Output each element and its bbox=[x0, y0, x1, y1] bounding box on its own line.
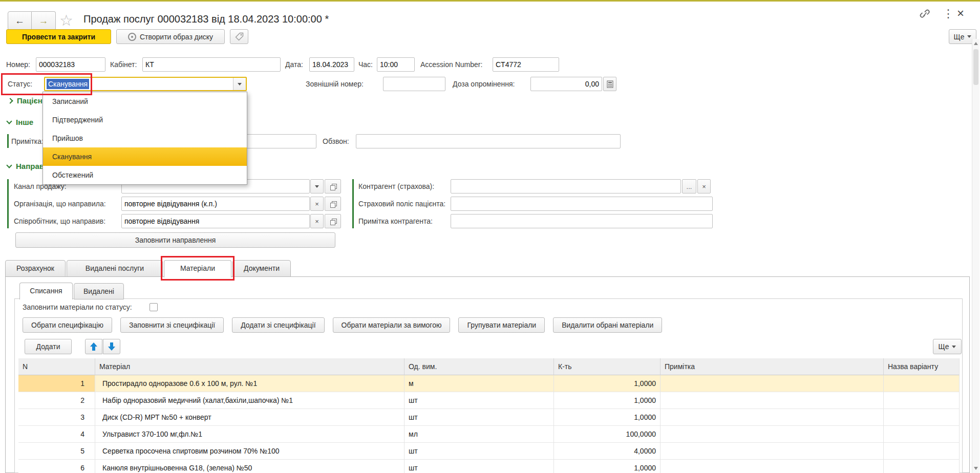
close-icon[interactable]: × bbox=[957, 6, 964, 20]
status-option-selected[interactable]: Сканування bbox=[43, 147, 247, 166]
table-cell[interactable]: 100,0000 bbox=[554, 426, 661, 443]
table-cell[interactable]: Канюля внутрішньовенна G18, (зелена) №50 bbox=[95, 460, 404, 473]
table-cell[interactable]: шт bbox=[404, 460, 554, 473]
referring-employee-clear-button[interactable]: × bbox=[310, 214, 324, 228]
time-field[interactable]: 10:00 bbox=[377, 57, 415, 72]
col-header-unit[interactable]: Од. вим. bbox=[404, 358, 554, 375]
vertical-scrollbar[interactable] bbox=[972, 39, 979, 473]
table-cell[interactable]: Серветка просочена спиртовим розчином 70… bbox=[95, 443, 404, 460]
date-field[interactable]: 18.04.2023 bbox=[309, 57, 354, 72]
cabinet-field[interactable]: КТ bbox=[142, 57, 281, 72]
table-cell[interactable] bbox=[884, 426, 960, 443]
col-header-n[interactable]: N bbox=[18, 358, 95, 375]
tag-button[interactable] bbox=[230, 29, 248, 44]
status-option[interactable]: Прийшов bbox=[43, 129, 247, 147]
referring-employee-open-button[interactable] bbox=[325, 214, 341, 228]
add-from-spec-button[interactable]: Додати зі специфікації bbox=[232, 317, 324, 333]
kebab-menu-icon[interactable]: ⋮ bbox=[943, 7, 954, 20]
table-cell[interactable] bbox=[661, 375, 884, 392]
group-materials-button[interactable]: Групувати матеріали bbox=[458, 317, 545, 333]
table-cell[interactable]: Ультравист 370-100 мг,фл.№1 bbox=[95, 426, 404, 443]
table-cell[interactable] bbox=[661, 460, 884, 473]
table-cell[interactable]: 5 bbox=[18, 443, 95, 460]
table-cell[interactable] bbox=[661, 426, 884, 443]
table-cell[interactable] bbox=[661, 409, 884, 426]
col-header-note[interactable]: Примітка bbox=[661, 358, 884, 375]
fill-referral-button[interactable]: Заповнити направлення bbox=[15, 232, 335, 248]
counterparty-note-field[interactable] bbox=[451, 214, 713, 228]
move-up-button[interactable] bbox=[85, 339, 102, 354]
counterparty-clear-button[interactable]: × bbox=[697, 179, 711, 193]
section-other[interactable]: Інше bbox=[7, 118, 33, 126]
table-cell[interactable]: 1,0000 bbox=[554, 375, 661, 392]
table-cell[interactable]: Набір одноразовий медичний (халат,бахіли… bbox=[95, 392, 404, 409]
table-cell[interactable] bbox=[884, 460, 960, 473]
col-header-qty[interactable]: К-ть bbox=[554, 358, 661, 375]
subtab-spysannia[interactable]: Списання bbox=[19, 283, 73, 299]
col-header-variant[interactable]: Назва варіанту bbox=[884, 358, 960, 375]
tab-materialy[interactable]: Матеріали bbox=[164, 260, 231, 277]
table-cell[interactable]: Простирадло одноразове 0.6 х 100 м, рул.… bbox=[95, 375, 404, 392]
referring-org-open-button[interactable] bbox=[325, 197, 341, 211]
table-cell[interactable]: м bbox=[404, 375, 554, 392]
fill-from-spec-button[interactable]: Заповнити зі специфікації bbox=[120, 317, 224, 333]
forward-arrow-icon[interactable]: → bbox=[32, 11, 56, 30]
call-field[interactable] bbox=[356, 134, 621, 148]
table-cell[interactable]: шт bbox=[404, 409, 554, 426]
table-cell[interactable]: шт bbox=[404, 392, 554, 409]
table-cell[interactable]: шт bbox=[404, 443, 554, 460]
table-cell[interactable]: 2 bbox=[18, 392, 95, 409]
status-dropdown-button[interactable] bbox=[233, 78, 246, 90]
table-cell[interactable]: Диск (CD-R) МРТ №50 + конверт bbox=[95, 409, 404, 426]
referring-org-clear-button[interactable]: × bbox=[310, 197, 324, 211]
table-cell[interactable] bbox=[661, 392, 884, 409]
status-option[interactable]: Підтверджений bbox=[43, 111, 247, 129]
choose-spec-button[interactable]: Обрати специфікацію bbox=[23, 317, 112, 333]
create-disc-image-button[interactable]: Створити образ диску bbox=[116, 29, 225, 44]
tab-rozrakhunok[interactable]: Розрахунок bbox=[5, 260, 66, 277]
status-option[interactable]: Обстежений bbox=[43, 166, 247, 184]
scroll-down-icon[interactable] bbox=[974, 467, 978, 470]
radiation-dose-field[interactable]: 0,00 bbox=[530, 77, 602, 91]
status-option[interactable]: Записаний bbox=[43, 92, 247, 111]
scrollbar-thumb[interactable] bbox=[973, 49, 978, 85]
choose-materials-on-demand-button[interactable]: Обрати матеріали за вимогою bbox=[333, 317, 451, 333]
table-cell[interactable]: 1 bbox=[18, 375, 95, 392]
table-cell[interactable]: 6 bbox=[18, 460, 95, 473]
status-combobox[interactable]: Сканування bbox=[44, 77, 247, 91]
calculator-button[interactable] bbox=[603, 77, 616, 91]
post-and-close-button[interactable]: Провести та закрити bbox=[6, 29, 111, 44]
more-button-table[interactable]: Ще bbox=[933, 339, 962, 354]
table-cell[interactable] bbox=[884, 409, 960, 426]
table-cell[interactable]: 1,0000 bbox=[554, 392, 661, 409]
table-cell[interactable]: 4,0000 bbox=[554, 443, 661, 460]
insurance-policy-field[interactable] bbox=[451, 197, 713, 211]
table-cell[interactable] bbox=[661, 443, 884, 460]
sales-channel-dropdown-button[interactable] bbox=[310, 179, 324, 193]
tab-vydaleni-poslugy[interactable]: Видалені послуги bbox=[67, 260, 163, 277]
table-cell[interactable] bbox=[884, 443, 960, 460]
scroll-up-icon[interactable] bbox=[974, 42, 978, 45]
table-cell[interactable]: 4 bbox=[18, 426, 95, 443]
table-cell[interactable]: 1,0000 bbox=[554, 460, 661, 473]
move-down-button[interactable] bbox=[103, 339, 120, 354]
number-field[interactable]: 000032183 bbox=[36, 57, 105, 72]
external-number-field[interactable] bbox=[383, 77, 445, 91]
fill-by-status-checkbox[interactable] bbox=[150, 303, 158, 311]
subtab-vydaleni[interactable]: Видалені bbox=[74, 283, 124, 299]
counterparty-choose-button[interactable]: ... bbox=[682, 179, 696, 193]
referring-employee-field[interactable]: повторне відвідування bbox=[121, 214, 310, 228]
table-cell[interactable]: 1,0000 bbox=[554, 409, 661, 426]
link-icon[interactable] bbox=[918, 9, 931, 21]
favorite-star-icon[interactable]: ☆ bbox=[59, 11, 73, 29]
table-cell[interactable]: 3 bbox=[18, 409, 95, 426]
col-header-material[interactable]: Матеріал bbox=[95, 358, 404, 375]
section-patient[interactable]: Пацієнт bbox=[8, 96, 46, 105]
table-cell[interactable]: мл bbox=[404, 426, 554, 443]
sales-channel-open-button[interactable] bbox=[325, 179, 341, 193]
accession-number-field[interactable]: CT4772 bbox=[493, 57, 559, 72]
referring-org-field[interactable]: повторне відвідування (к.п.) bbox=[121, 197, 310, 211]
tab-dokumenty[interactable]: Документи bbox=[232, 260, 291, 277]
table-cell[interactable] bbox=[884, 392, 960, 409]
back-arrow-icon[interactable]: ← bbox=[8, 11, 32, 30]
